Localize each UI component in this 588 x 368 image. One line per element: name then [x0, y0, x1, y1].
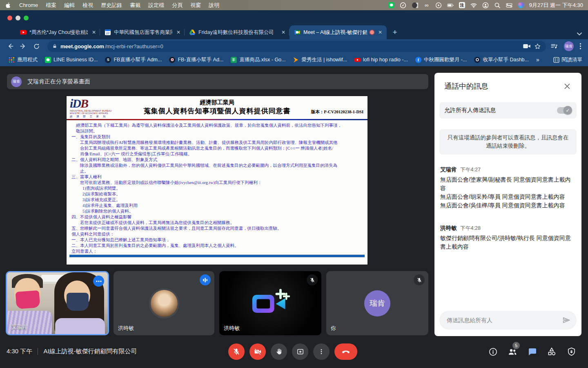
bookmark-lofi[interactable]: lofi hip hop radio -...: [351, 56, 412, 64]
activities-button[interactable]: [547, 347, 557, 357]
tab-label: Meet – AI線上訪視-敏傑行銷顧問有限公司: [303, 29, 367, 36]
bookmark-facebook[interactable]: f中秋團圓歡樂月 -...: [412, 55, 471, 65]
forward-button[interactable]: [17, 40, 29, 52]
play-status-icon[interactable]: [435, 2, 442, 9]
menu-item[interactable]: 編輯: [64, 2, 75, 9]
bookmark-star-icon[interactable]: [534, 43, 541, 50]
tab-drive[interactable]: Friday遠時數位科技股份有限公司 ✕: [185, 25, 290, 39]
bookmark-line-business[interactable]: LINE Business ID...: [41, 56, 101, 64]
video-tile-hong-photo[interactable]: 洪時敏: [114, 271, 214, 335]
tab-close-icon[interactable]: ✕: [280, 29, 287, 36]
menu-item[interactable]: 檢視: [82, 2, 93, 9]
control-center-icon[interactable]: [506, 2, 512, 9]
raise-hand-button[interactable]: [271, 343, 287, 360]
document-line: 1)查詢或請求閱覽。: [71, 186, 363, 191]
participant-name: 洪時敏: [224, 325, 240, 332]
moon-status-icon[interactable]: [412, 2, 418, 9]
send-icon[interactable]: [562, 316, 571, 325]
present-screen-button[interactable]: [292, 343, 308, 360]
meeting-side-actions: 5: [488, 347, 576, 357]
menu-bar-clock[interactable]: 9月27日 週一 下午4:30: [529, 2, 583, 9]
new-tab-button[interactable]: +: [389, 27, 401, 38]
creative-cloud-status-icon[interactable]: ∞: [423, 2, 430, 9]
window-close-button[interactable]: [7, 16, 12, 20]
meeting-details-button[interactable]: [488, 347, 498, 357]
profile-avatar[interactable]: 瑞肯: [564, 41, 574, 51]
host-controls-button[interactable]: [566, 347, 576, 357]
tab-meet-active[interactable]: Meet – AI線上訪視-敏傑行銷顧問有限公司 ✕: [290, 25, 387, 39]
video-tile-hong-virtualcam[interactable]: 洪時敏: [219, 271, 321, 335]
tab-close-icon[interactable]: ✕: [175, 29, 182, 36]
reload-button[interactable]: [30, 40, 42, 52]
document-line: 止。: [71, 168, 363, 174]
bookmark-label: lofi hip hop radio -...: [363, 57, 408, 63]
chat-panel-title: 通話中的訊息: [444, 81, 488, 91]
mic-off-icon: [414, 274, 425, 285]
tab-close-icon[interactable]: ✕: [377, 29, 383, 36]
chat-message-input[interactable]: [447, 317, 562, 323]
camera-off-button[interactable]: [249, 343, 266, 360]
menu-item[interactable]: 說明: [209, 2, 219, 9]
more-options-button[interactable]: [313, 343, 330, 360]
bookmark-sheet[interactable]: 直播商品.xlsx - Go...: [227, 55, 289, 65]
participant-initials-avatar: 瑞肯: [364, 290, 390, 316]
bookmark-label: 直播商品.xlsx - Go...: [239, 56, 285, 63]
tab-search-chevron-icon[interactable]: [577, 32, 582, 36]
menu-item[interactable]: 分頁: [172, 2, 183, 9]
battery-status-icon: [447, 2, 454, 9]
tab-close-icon[interactable]: ✕: [91, 29, 97, 36]
chat-button-active[interactable]: [527, 347, 537, 357]
bookmark-fb-helper-1[interactable]: SFB直播小幫手 Adm...: [101, 55, 165, 65]
bookmarks-bar: 應用程式 LINE Business ID... SFB直播小幫手 Adm...…: [0, 53, 588, 66]
browser-menu-kebab-icon[interactable]: [579, 43, 581, 50]
presenter-avatar: 瑞肯: [11, 76, 22, 87]
compass-status-icon[interactable]: [400, 2, 406, 9]
video-tile-you[interactable]: 瑞肯 你: [326, 271, 428, 335]
tab-youtube[interactable]: *周杰伦*Jay Chou慢歌精选50首 ✕: [16, 25, 100, 39]
menu-item[interactable]: 書籤: [130, 2, 140, 9]
video-tile-ericken[interactable]: 艾瑞肯: [6, 271, 109, 335]
participants-button[interactable]: 5: [508, 347, 517, 357]
media-queue-icon[interactable]: [550, 43, 558, 50]
bookmark-fb-helper-2[interactable]: FB-直播小幫手 Ad...: [165, 55, 227, 65]
tab-strip: *周杰伦*Jay Chou慢歌精选50首 ✕ 27 中華民國無店面零售商業同業公…: [0, 25, 588, 39]
tab-calendar[interactable]: 27 中華民國無店面零售商業同業公會 ✕: [100, 25, 185, 39]
menu-item[interactable]: 檔案: [46, 2, 56, 9]
leave-call-button[interactable]: [334, 343, 357, 360]
tile-more-options-icon[interactable]: [93, 276, 104, 287]
meet-main: 瑞肯 艾瑞肯正在分享螢幕畫面 iDB INDUSTRIAL DEVELOPMEN…: [0, 66, 588, 368]
user-switch-status-icon[interactable]: [482, 2, 489, 9]
bookmark-apps[interactable]: 應用程式: [5, 55, 41, 65]
back-button[interactable]: [4, 40, 16, 52]
message-time: 下午4:28: [461, 225, 481, 232]
window-zoom-button[interactable]: [24, 16, 29, 20]
message-list: 艾瑞肯下午4:27 無店面公會/塗家興/副秘書長 同意個資同意書上載內容 無店面…: [434, 155, 581, 251]
menu-item[interactable]: Chrome: [19, 2, 38, 8]
in-call-messages-panel: 通話中的訊息 允許所有人傳送訊息 ✓ 只有這場通話的參與者可以查看訊息，且訊息會…: [434, 73, 581, 336]
wifi-status-icon[interactable]: [470, 2, 477, 9]
line-icon: [45, 57, 51, 63]
siri-icon[interactable]: [518, 2, 524, 8]
menu-item[interactable]: 設定檔: [148, 2, 164, 9]
bookmark-dashboard[interactable]: 收單小幫手 Dashb...: [470, 55, 532, 65]
menu-item[interactable]: 歷史記錄: [101, 2, 122, 9]
apple-logo-icon[interactable]: [5, 2, 11, 9]
close-icon[interactable]: [562, 81, 572, 92]
svg-text:27: 27: [106, 31, 109, 35]
menu-item[interactable]: 視窗: [190, 2, 201, 9]
bookmark-ishowlife[interactable]: 愛秀生活 | ishowlif...: [289, 55, 351, 65]
address-bar[interactable]: meet.google.com/mcj-erbi-rer?authuser=0: [47, 41, 546, 52]
reading-list-button[interactable]: 閱讀清單: [550, 55, 586, 65]
camera-in-use-icon[interactable]: [523, 43, 531, 49]
spotlight-search-icon[interactable]: [494, 2, 501, 9]
bookmark-label: 愛秀生活 | ishowlif...: [301, 56, 347, 63]
lock-icon: [52, 43, 57, 49]
window-minimize-button[interactable]: [16, 16, 20, 20]
mic-mute-button[interactable]: [228, 343, 245, 360]
input-method-icon[interactable]: 注: [459, 2, 465, 8]
macos-menu-bar: Chrome檔案編輯檢視歷史記錄書籤設定檔分頁視窗說明 ∞ 注 9月27日 週一…: [0, 0, 588, 10]
allow-messages-toggle[interactable]: ✓: [557, 107, 572, 114]
message-sender: 艾瑞肯: [440, 166, 457, 173]
line-status-icon[interactable]: [388, 2, 394, 8]
bookmarks-overflow-chevron[interactable]: »: [532, 55, 543, 64]
